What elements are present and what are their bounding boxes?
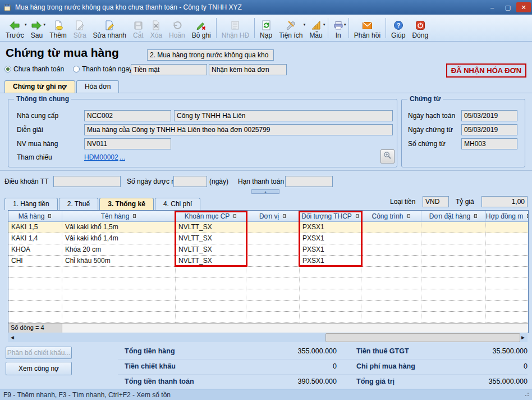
maximize-button[interactable]: ▢ [501, 2, 515, 12]
empty-cell[interactable] [486, 289, 529, 300]
reference-link[interactable]: HĐM00002 [84, 153, 118, 161]
empty-cell[interactable] [421, 278, 486, 289]
table-row[interactable]: KHOAKhóa 20 cmNVLTT_SXPXSX1 [8, 244, 528, 256]
pin-icon[interactable] [525, 212, 529, 220]
empty-cell[interactable] [486, 301, 529, 311]
empty-cell[interactable] [246, 301, 300, 311]
payment-terms-field[interactable] [53, 176, 121, 187]
toolbar-button-them[interactable]: Thêm [46, 15, 70, 41]
cell-don-dat-hang[interactable] [421, 244, 486, 255]
empty-cell[interactable] [361, 289, 421, 300]
empty-cell[interactable] [176, 289, 246, 300]
empty-cell[interactable] [8, 289, 62, 300]
empty-cell[interactable] [361, 312, 421, 322]
view-debt-button[interactable]: Xem công nợ [6, 362, 72, 375]
cell-ma-hang[interactable]: KAKI 1,4 [8, 233, 62, 244]
toolbar-button-tien-ich[interactable]: Tiện ích▼ [276, 15, 306, 41]
lookup-button[interactable] [380, 149, 395, 163]
empty-cell[interactable] [246, 278, 300, 289]
empty-cell[interactable] [421, 301, 486, 311]
pin-icon[interactable] [47, 212, 52, 220]
cell-khoan-muc-cp[interactable]: NVLTT_SX [176, 256, 246, 266]
doc-no-field[interactable]: MH003 [461, 138, 517, 149]
empty-cell[interactable] [8, 278, 62, 289]
column-header-doi-tuong-thcp[interactable]: Đối tượng THCP [300, 211, 361, 221]
due-date-field[interactable] [285, 176, 333, 187]
cell-don-vi[interactable] [246, 222, 300, 233]
empty-cell[interactable] [176, 278, 246, 289]
empty-row[interactable] [8, 301, 528, 312]
empty-cell[interactable] [361, 301, 421, 311]
collapse-panel-button[interactable]: ▲ [251, 189, 279, 194]
cell-hop-dong-m[interactable] [486, 244, 529, 255]
toolbar-button-mau[interactable]: Mẫu▼ [306, 15, 325, 41]
supplier-name-field[interactable]: Công ty TNHH Hà Liên [174, 110, 393, 121]
tab-chi-phi[interactable]: 4. Chi phí [155, 198, 200, 210]
employee-code-field[interactable]: NV011 [84, 138, 171, 149]
cell-cong-trinh[interactable] [361, 233, 421, 244]
minimize-button[interactable]: – [485, 2, 499, 12]
empty-cell[interactable] [62, 312, 176, 322]
resize-grip-icon[interactable] [524, 393, 529, 397]
rate-field[interactable]: 1,00 [481, 196, 528, 207]
payment-method-field[interactable]: Tiền mặt [131, 64, 207, 75]
empty-cell[interactable] [246, 289, 300, 300]
radio-paynow-label[interactable]: Thanh toán ngay [82, 65, 132, 73]
empty-row[interactable] [8, 267, 528, 278]
empty-cell[interactable] [62, 278, 176, 289]
cell-doi-tuong-thcp[interactable]: PXSX1 [300, 222, 361, 233]
dropdown-caret-icon[interactable]: ▼ [343, 23, 347, 26]
cell-don-dat-hang[interactable] [421, 256, 486, 266]
empty-row[interactable] [8, 312, 528, 323]
empty-cell[interactable] [361, 267, 421, 278]
column-header-don-dat-hang[interactable]: Đơn đặt hàng [421, 211, 486, 221]
cell-don-dat-hang[interactable] [421, 222, 486, 233]
empty-cell[interactable] [486, 312, 529, 322]
toolbar-button-dong[interactable]: Đóng [409, 15, 432, 41]
cell-ten-hang[interactable]: Khóa 20 cm [62, 244, 176, 255]
tab-chung-tu-ghi-no[interactable]: Chứng từ ghi nợ [4, 80, 75, 93]
column-header-cong-trinh[interactable]: Công trình [361, 211, 421, 221]
empty-cell[interactable] [486, 267, 529, 278]
empty-cell[interactable] [300, 267, 361, 278]
cell-khoan-muc-cp[interactable]: NVLTT_SX [176, 244, 246, 255]
empty-cell[interactable] [421, 289, 486, 300]
radio-unpaid-label[interactable]: Chưa thanh toán [13, 65, 64, 73]
toolbar-button-giup[interactable]: ?Giúp [388, 15, 409, 41]
cell-ma-hang[interactable]: CHI [8, 256, 62, 266]
cell-khoan-muc-cp[interactable]: NVLTT_SX [176, 222, 246, 233]
column-header-khoan-muc-cp[interactable]: Khoản mục CP [176, 211, 246, 221]
toolbar-button-phan-hoi[interactable]: Phản hồi [351, 15, 384, 41]
tab-thue[interactable]: 2. Thuế [59, 198, 98, 210]
close-button[interactable]: ✕ [516, 2, 531, 12]
cell-ten-hang[interactable]: Vải kaki khổ 1,5m [62, 222, 176, 233]
cell-khoan-muc-cp[interactable]: NVLTT_SX [176, 233, 246, 244]
cell-ten-hang[interactable]: Vải kaki khổ 1,4m [62, 233, 176, 244]
pin-icon[interactable] [354, 212, 359, 220]
cell-doi-tuong-thcp[interactable]: PXSX1 [300, 233, 361, 244]
doc-type-field[interactable]: 2. Mua hàng trong nước không qua kho [147, 49, 274, 61]
horizontal-scrollbar[interactable]: ◄ ► [8, 333, 528, 342]
cell-cong-trinh[interactable] [361, 222, 421, 233]
pin-icon[interactable] [281, 212, 286, 220]
empty-cell[interactable] [176, 267, 246, 278]
toolbar-button-in[interactable]: In▼ [330, 15, 347, 41]
column-header-don-vi[interactable]: Đơn vị [246, 211, 300, 221]
cell-ma-hang[interactable]: KAKI 1,5 [8, 222, 62, 233]
cell-hop-dong-m[interactable] [486, 222, 529, 233]
empty-cell[interactable] [421, 312, 486, 322]
toolbar-button-truoc[interactable]: Trước▼ [2, 15, 27, 41]
table-row[interactable]: CHIChỉ khâu 500mNVLTT_SXPXSX1 [8, 256, 528, 267]
cell-don-dat-hang[interactable] [421, 233, 486, 244]
empty-cell[interactable] [176, 301, 246, 311]
invoice-option-field[interactable]: Nhận kèm hóa đơn [209, 64, 287, 75]
radio-unpaid[interactable] [4, 66, 11, 72]
cell-cong-trinh[interactable] [361, 244, 421, 255]
empty-cell[interactable] [300, 312, 361, 322]
tab-hang-tien[interactable]: 1. Hàng tiền [4, 198, 58, 210]
empty-cell[interactable] [486, 278, 529, 289]
empty-cell[interactable] [62, 267, 176, 278]
tab-hoa-don[interactable]: Hóa đơn [76, 80, 120, 93]
cell-doi-tuong-thcp[interactable]: PXSX1 [300, 244, 361, 255]
table-row[interactable]: KAKI 1,4Vải kaki khổ 1,4mNVLTT_SXPXSX1 [8, 233, 528, 244]
